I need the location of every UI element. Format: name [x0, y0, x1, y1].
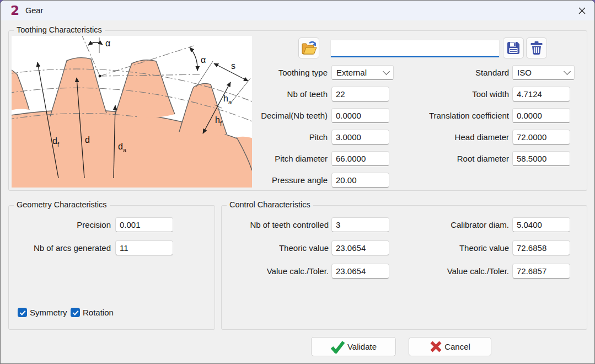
- rotation-checkbox-label: Rotation: [83, 308, 114, 317]
- trash-icon: [528, 40, 545, 56]
- nb-arcs-generated-input[interactable]: [115, 240, 173, 255]
- tool-width-input[interactable]: [512, 87, 570, 101]
- close-button[interactable]: [569, 1, 594, 20]
- precision-label: Precision: [17, 217, 111, 232]
- decimal-nb-teeth-label: Decimal(Nb teeth): [190, 108, 328, 123]
- value-calc-toler-right-label: Value calc./Toler.: [371, 264, 509, 279]
- pitch-label: Pitch: [190, 130, 328, 144]
- gear-dialog: 2 Gear Toothing Characteristics: [0, 0, 595, 364]
- d-label: d: [85, 135, 90, 144]
- standard-value: ISO: [517, 68, 532, 77]
- rotation-checkbox[interactable]: Rotation: [71, 308, 114, 317]
- nb-teeth-controlled-label: Nb of teeth controlled: [224, 217, 329, 232]
- gear-name-input[interactable]: [330, 40, 500, 57]
- titlebar: 2 Gear: [1, 1, 594, 20]
- alpha-label-right: α: [201, 55, 206, 65]
- translation-coefficient-label: Translation coefficient: [371, 108, 509, 123]
- chevron-down-icon: [564, 68, 571, 75]
- root-diameter-input[interactable]: [512, 151, 570, 166]
- value-calc-toler-right-input[interactable]: [512, 264, 570, 279]
- nb-arcs-generated-label: Nb of arcs generated: [17, 240, 111, 255]
- theoric-value-right-label: Theoric value: [371, 240, 509, 255]
- window-title: Gear: [25, 1, 43, 20]
- validate-button-label: Validate: [347, 342, 377, 351]
- toothing-type-label: Toothing type: [190, 65, 328, 80]
- delete-button[interactable]: [526, 38, 547, 58]
- cancel-button[interactable]: Cancel: [409, 337, 491, 356]
- tool-width-label: Tool width: [371, 87, 509, 101]
- head-diameter-label: Head diameter: [371, 130, 509, 144]
- open-folder-icon: [300, 39, 318, 57]
- close-icon: [578, 7, 586, 14]
- open-file-button[interactable]: [298, 38, 319, 58]
- validate-button[interactable]: Validate: [311, 337, 396, 356]
- dialog-body: Toothing Characteristics: [1, 20, 594, 363]
- validate-check-icon: [330, 340, 345, 354]
- group-toothing-title: Toothing Characteristics: [14, 25, 105, 34]
- value-calc-toler-left-label: Value calc./Toler.: [224, 264, 329, 279]
- toothing-type-value: External: [336, 68, 367, 77]
- alpha-label-top: α: [105, 39, 110, 48]
- calibrator-diam-input[interactable]: [512, 217, 570, 232]
- symmetry-checkbox-label: Symmetry: [30, 308, 67, 317]
- calibrator-diam-label: Calibrator diam.: [371, 217, 509, 232]
- app-logo-icon: 2: [8, 3, 22, 18]
- standard-select[interactable]: ISO: [512, 65, 575, 80]
- pressure-angle-label: Pressure angle: [190, 173, 328, 188]
- save-button[interactable]: [503, 38, 524, 58]
- root-diameter-label: Root diameter: [371, 151, 509, 166]
- head-diameter-input[interactable]: [512, 130, 570, 144]
- cancel-x-icon: [430, 340, 442, 353]
- theoric-value-left-label: Theoric value: [224, 240, 329, 255]
- nb-of-teeth-label: Nb of teeth: [190, 87, 328, 101]
- precision-input[interactable]: [115, 217, 173, 232]
- group-control-title: Control Characteristics: [227, 200, 313, 209]
- cancel-button-label: Cancel: [444, 342, 470, 351]
- pitch-point: [99, 75, 101, 78]
- save-icon: [505, 40, 522, 56]
- standard-label: Standard: [371, 65, 509, 80]
- theoric-value-right-input[interactable]: [512, 240, 570, 255]
- pressure-angle-input[interactable]: [331, 173, 389, 188]
- pitch-diameter-label: Pitch diameter: [190, 151, 328, 166]
- translation-coefficient-input[interactable]: [512, 108, 570, 123]
- symmetry-checkbox[interactable]: Symmetry: [18, 308, 67, 317]
- check-icon: [71, 308, 80, 317]
- check-icon: [18, 308, 27, 317]
- group-geometry-title: Geometry Characteristics: [14, 200, 110, 209]
